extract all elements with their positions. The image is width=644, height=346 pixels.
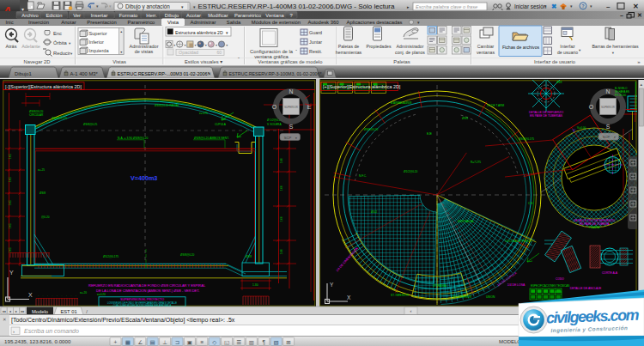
svg-text:–: –	[606, 3, 611, 10]
svg-text:Ventana: Ventana	[265, 13, 284, 18]
svg-text:▾: ▾	[184, 43, 185, 47]
svg-text:–: –	[620, 12, 623, 18]
svg-text:1.05: 1.05	[9, 177, 12, 182]
svg-text:▧: ▧	[274, 339, 279, 345]
svg-text:Guard: Guard	[309, 30, 322, 35]
svg-text:Archivo: Archivo	[21, 13, 38, 18]
svg-text:1/4 DE T.ARM: 1/4 DE T.ARM	[487, 104, 504, 107]
svg-text:CIRCULAR: CIRCULAR	[29, 113, 44, 117]
svg-text:Modelo: Modelo	[32, 309, 48, 314]
svg-text:X: X	[28, 292, 33, 298]
svg-text:Fichas de archivos: Fichas de archivos	[502, 45, 540, 50]
svg-text:Administrar: Administrar	[191, 20, 216, 25]
svg-text:e=.20: e=.20	[80, 291, 87, 294]
svg-text:Escriba palabra clave o frase: Escriba palabra clave o frase	[416, 4, 477, 9]
svg-text:▤: ▤	[150, 339, 155, 345]
svg-text:Dibujo1: Dibujo1	[15, 71, 32, 76]
svg-text:1.00: 1.00	[280, 216, 283, 222]
svg-text:Reducir: Reducir	[53, 51, 70, 56]
svg-text:Vista: Vista	[167, 20, 179, 25]
svg-text:1.00: 1.00	[280, 185, 283, 191]
svg-text:1.05: 1.05	[9, 154, 12, 159]
svg-text:Ø1/2: Ø1/2	[371, 210, 377, 214]
svg-text:ESTRUC.RESERV.RP-3-100M3, 01-0: ESTRUC.RESERV.RP-3-100M3, 01-02-2006*	[229, 71, 322, 76]
svg-text:e=.25: e=.25	[38, 168, 45, 172]
svg-text:⊥: ⊥	[162, 339, 167, 345]
svg-text:herramientas: herramientas	[336, 50, 362, 55]
svg-text:Ø3/8@0.20: Ø3/8@0.20	[180, 253, 195, 257]
svg-text:Módulos de extensión: Módulos de extensión	[252, 20, 301, 25]
svg-text:Paramétrico: Paramétrico	[234, 13, 261, 18]
svg-text:EST 01: EST 01	[60, 309, 76, 314]
svg-text:ESTRUC.RESERV.RP-...00M3 01-0: ESTRUC.RESERV.RP-...00M3 01-02-2006*	[118, 71, 210, 76]
svg-text:EJE: EJE	[427, 132, 432, 136]
svg-text:Ø1/2@0.20: Ø1/2@0.20	[404, 170, 418, 173]
svg-text:Izquierda: Izquierda	[89, 48, 110, 53]
svg-text:ˇ: ˇ	[238, 57, 240, 62]
svg-text:·: ·	[47, 294, 48, 298]
svg-text:X: X	[347, 294, 351, 300]
svg-text:DE LA LOSA DE CIMENTACION (AMB: DE LA LOSA DE CIMENTACION (AMBOS SENT.) …	[96, 288, 199, 293]
svg-text:Vistas: Vistas	[112, 59, 126, 64]
svg-text:Juntar: Juntar	[309, 39, 322, 45]
svg-text:Atrás: Atrás	[6, 44, 17, 49]
svg-text:Paramétrico: Paramétrico	[128, 20, 155, 25]
svg-text:ventanas: ventanas	[477, 50, 495, 55]
svg-text:Superior: Superior	[89, 31, 107, 36]
svg-text:≡: ≡	[200, 339, 204, 345]
svg-text:Opacidad: Opacidad	[179, 50, 198, 55]
svg-text:Inic: Inic	[5, 20, 13, 25]
svg-text:O: O	[589, 104, 593, 110]
svg-text:⊐: ⊐	[175, 339, 179, 345]
svg-text:1/4 DE LOSA: 1/4 DE LOSA	[507, 283, 526, 287]
svg-text:Herr.: Herr.	[146, 13, 157, 18]
svg-text:SCP: SCP	[603, 135, 611, 139]
svg-text:☰: ☰	[237, 339, 242, 345]
svg-text:ESTRUC.RESERV.RP-1-400M3 01-0: ESTRUC.RESERV.RP-1-400M3 01-02-2006.DWG …	[198, 3, 396, 10]
svg-text:·: ·	[52, 294, 53, 298]
svg-text:Propiedades: Propiedades	[366, 44, 392, 49]
svg-text:ventana gráfica: ventana gráfica	[254, 54, 289, 59]
svg-text:S: S	[289, 124, 294, 130]
svg-text:▸: ▸	[15, 309, 17, 313]
svg-text:Enc: Enc	[53, 31, 62, 36]
svg-text:ST. INFERIOR: ST. INFERIOR	[391, 294, 409, 297]
svg-text:DETALLE DE ANCLAJE: DETALLE DE ANCLAJE	[570, 287, 602, 290]
svg-text:P.V. Ø 200: P.V. Ø 200	[615, 94, 627, 97]
svg-text:V=4.00: V=4.00	[577, 126, 586, 130]
svg-text:▾: ▾	[173, 43, 175, 47]
svg-text:▾: ▾	[195, 43, 197, 47]
svg-text:Barras de herramientas: Barras de herramientas	[592, 44, 639, 49]
svg-text:‹: ‹	[410, 308, 412, 313]
svg-text:Ø3/8@0.20 AMBOS SENT.: Ø3/8@0.20 AMBOS SENT.	[194, 137, 229, 140]
svg-text:◱: ◱	[224, 339, 229, 345]
svg-text:195.2435, 123.8216, 0.0000: 195.2435, 123.8216, 0.0000	[4, 338, 71, 344]
svg-text:Ø3/8@0.175: Ø3/8@0.175	[52, 117, 67, 120]
svg-text:Edición: Edición	[46, 13, 62, 18]
svg-text:›: ›	[13, 329, 15, 334]
svg-text:Ø3/8: Ø3/8	[39, 191, 46, 195]
svg-text:▣: ▣	[187, 339, 192, 345]
svg-text:MODELO: MODELO	[499, 339, 521, 344]
svg-text:@0.20: @0.20	[41, 215, 50, 219]
svg-text:▾: ▾	[120, 50, 122, 54]
svg-text:·: ·	[62, 294, 63, 298]
svg-text:Dibujo: Dibujo	[165, 13, 179, 18]
svg-text:◇: ◇	[212, 339, 216, 345]
svg-text:Órbita: Órbita	[53, 40, 68, 46]
svg-text:✕: ✕	[3, 317, 7, 322]
svg-text:Ø1/2@0.175: Ø1/2@0.175	[103, 255, 118, 258]
svg-text:✕: ✕	[208, 71, 212, 76]
svg-text:UNION: UNION	[486, 295, 495, 299]
svg-text:60: 60	[216, 50, 222, 55]
svg-text:civilgeeks.com: civilgeeks.com	[546, 307, 640, 327]
svg-text:SUPERIOR: SUPERIOR	[601, 106, 616, 109]
svg-text:e=.075: e=.075	[199, 112, 208, 115]
svg-text:CODO: CODO	[556, 277, 564, 281]
svg-text:B.ARMADA Ø3/8: B.ARMADA Ø3/8	[391, 101, 411, 105]
svg-text:N.F.C.: N.F.C.	[359, 174, 367, 178]
svg-text:Administrador: Administrador	[396, 44, 423, 49]
svg-text:1.00: 1.00	[280, 158, 283, 163]
svg-text:▾: ▾	[226, 43, 228, 47]
svg-text:Cambiar: Cambiar	[477, 44, 495, 49]
